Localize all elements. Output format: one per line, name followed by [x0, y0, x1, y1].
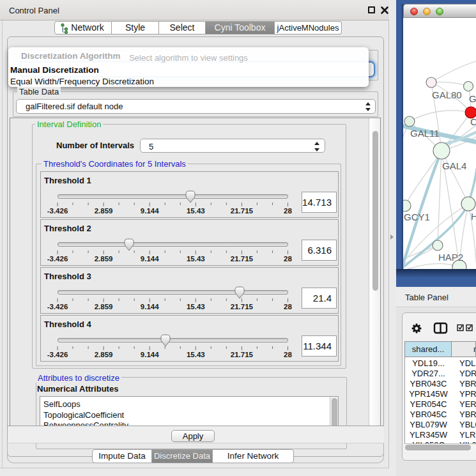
svg-text:GAL4: GAL4 [442, 160, 466, 171]
svg-text:HAP2: HAP2 [438, 252, 463, 263]
svg-text:GAL80: GAL80 [432, 89, 462, 100]
svg-text:H: H [471, 211, 476, 222]
svg-text:GCY1: GCY1 [404, 211, 430, 222]
svg-text:GAL11: GAL11 [410, 128, 440, 139]
svg-text:C: C [470, 116, 476, 127]
svg-text:G.: G. [469, 93, 476, 104]
